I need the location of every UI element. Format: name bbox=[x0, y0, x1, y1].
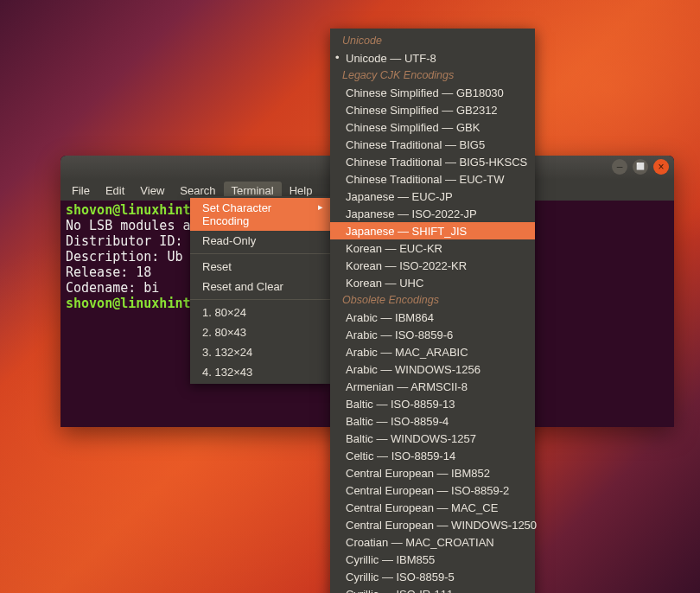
encoding-item[interactable]: Central European — ISO-8859-2 bbox=[330, 481, 535, 499]
encoding-item[interactable]: Arabic — WINDOWS-1256 bbox=[330, 360, 535, 378]
menu-item-read-only[interactable]: Read-Only bbox=[190, 231, 330, 251]
encoding-item[interactable]: Korean — EUC-KR bbox=[330, 239, 535, 257]
encoding-item[interactable]: Chinese Traditional — BIG5-HKSCS bbox=[330, 153, 535, 170]
menu-item-reset[interactable]: Reset bbox=[190, 257, 330, 277]
encoding-item[interactable]: Baltic — ISO-8859-13 bbox=[330, 395, 535, 412]
encoding-item[interactable]: Japanese — SHIFT_JIS bbox=[330, 222, 535, 239]
encoding-item[interactable]: Cyrillic — ISO-IR-111 bbox=[330, 585, 535, 593]
encoding-item[interactable]: Japanese — EUC-JP bbox=[330, 188, 535, 205]
encoding-item[interactable]: Arabic — IBM864 bbox=[330, 309, 535, 326]
encoding-item[interactable]: Croatian — MAC_CROATIAN bbox=[330, 533, 535, 551]
encoding-item[interactable]: Central European — IBM852 bbox=[330, 464, 535, 481]
menu-file[interactable]: File bbox=[64, 182, 98, 200]
encoding-section-header: Obsolete Encodings bbox=[330, 291, 535, 309]
encoding-item[interactable]: Chinese Simplified — GB18030 bbox=[330, 84, 535, 101]
encoding-item[interactable]: Arabic — MAC_ARABIC bbox=[330, 343, 535, 360]
encoding-section-header: Unicode bbox=[330, 32, 535, 49]
encoding-submenu: UnicodeUnicode — UTF-8Legacy CJK Encodin… bbox=[330, 29, 535, 593]
maximize-icon: ⬜ bbox=[636, 163, 645, 170]
encoding-item[interactable]: Chinese Simplified — GBK bbox=[330, 118, 535, 136]
encoding-item[interactable]: Celtic — ISO-8859-14 bbox=[330, 447, 535, 464]
encoding-section-header: Legacy CJK Encodings bbox=[330, 67, 535, 84]
menu-item-set-character-encoding[interactable]: Set Character Encoding bbox=[190, 198, 330, 231]
close-button[interactable]: × bbox=[653, 159, 669, 175]
minimize-button[interactable]: – bbox=[612, 159, 627, 175]
encoding-item[interactable]: Japanese — ISO-2022-JP bbox=[330, 205, 535, 222]
encoding-item[interactable]: Unicode — UTF-8 bbox=[330, 49, 535, 67]
menu-separator bbox=[190, 253, 330, 254]
menu-item-2-80-43[interactable]: 2. 80×43 bbox=[190, 322, 330, 342]
maximize-button[interactable]: ⬜ bbox=[633, 159, 648, 175]
encoding-item[interactable]: Arabic — ISO-8859-6 bbox=[330, 326, 535, 343]
encoding-item[interactable]: Baltic — ISO-8859-4 bbox=[330, 412, 535, 430]
minimize-icon: – bbox=[617, 162, 623, 172]
menu-item-4-132-43[interactable]: 4. 132×43 bbox=[190, 362, 330, 382]
encoding-item[interactable]: Chinese Simplified — GB2312 bbox=[330, 101, 535, 118]
encoding-item[interactable]: Chinese Traditional — BIG5 bbox=[330, 136, 535, 153]
encoding-item[interactable]: Central European — WINDOWS-1250 bbox=[330, 516, 535, 533]
menu-item-3-132-24[interactable]: 3. 132×24 bbox=[190, 342, 330, 362]
menu-edit[interactable]: Edit bbox=[98, 182, 132, 200]
encoding-item[interactable]: Chinese Traditional — EUC-TW bbox=[330, 170, 535, 188]
menu-view[interactable]: View bbox=[132, 182, 172, 200]
menu-separator bbox=[190, 299, 330, 300]
encoding-item[interactable]: Cyrillic — IBM855 bbox=[330, 551, 535, 568]
encoding-item[interactable]: Baltic — WINDOWS-1257 bbox=[330, 430, 535, 447]
encoding-item[interactable]: Armenian — ARMSCII-8 bbox=[330, 378, 535, 395]
encoding-item[interactable]: Korean — UHC bbox=[330, 274, 535, 291]
menu-item-reset-and-clear[interactable]: Reset and Clear bbox=[190, 277, 330, 296]
close-icon: × bbox=[658, 162, 664, 172]
encoding-item[interactable]: Korean — ISO-2022-KR bbox=[330, 257, 535, 274]
menu-item-1-80-24[interactable]: 1. 80×24 bbox=[190, 303, 330, 322]
encoding-item[interactable]: Cyrillic — ISO-8859-5 bbox=[330, 568, 535, 585]
encoding-item[interactable]: Central European — MAC_CE bbox=[330, 499, 535, 516]
window-controls: – ⬜ × bbox=[612, 159, 669, 175]
terminal-menu-dropdown: Set Character EncodingRead-OnlyResetRese… bbox=[190, 196, 330, 384]
